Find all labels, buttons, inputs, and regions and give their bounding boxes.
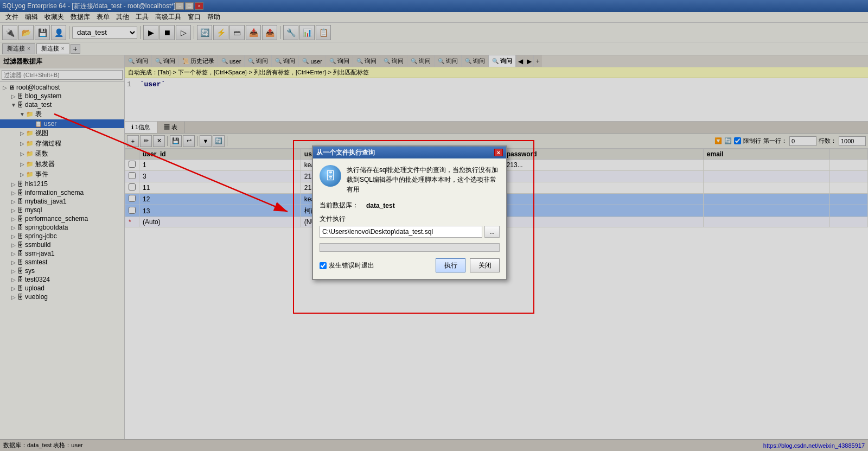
execute-query-dialog: 从一个文件执行查询 × 🗄 执行储存在sql批处理文件中的查询，当您执行没有加载… <box>312 145 507 280</box>
modal-overlay: 从一个文件执行查询 × 🗄 执行储存在sql批处理文件中的查询，当您执行没有加载… <box>0 0 868 451</box>
progress-bar-container <box>320 243 500 252</box>
dialog-close-x-button[interactable]: × <box>494 149 503 156</box>
current-db-label: 当前数据库： <box>320 201 363 210</box>
error-exit-label: 发生错误时退出 <box>329 261 374 270</box>
dialog-footer: 发生错误时退出 执行 关闭 <box>320 258 500 272</box>
execute-button[interactable]: 执行 <box>436 258 465 272</box>
dialog-db-icon: 🗄 <box>320 165 341 187</box>
dialog-icon-row: 🗄 执行储存在sql批处理文件中的查询，当您执行没有加载到SQL编辑器中的批处理… <box>320 165 500 194</box>
current-db-value: data_test <box>366 202 395 209</box>
dialog-title: 从一个文件执行查询 <box>316 148 494 157</box>
current-db-row: 当前数据库： data_test <box>320 201 500 210</box>
file-exec-label: 文件执行 <box>320 214 500 224</box>
file-input-row: ... <box>320 226 500 238</box>
file-path-input[interactable] <box>320 226 482 238</box>
dialog-body: 🗄 执行储存在sql批处理文件中的查询，当您执行没有加载到SQL编辑器中的批处理… <box>313 158 506 279</box>
close-dialog-button[interactable]: 关闭 <box>470 258 500 272</box>
dialog-description: 执行储存在sql批处理文件中的查询，当您执行没有加载到SQL编辑器中的批处理脚本… <box>347 165 500 194</box>
browse-button[interactable]: ... <box>484 226 500 238</box>
dialog-titlebar: 从一个文件执行查询 × <box>313 147 506 158</box>
error-exit-checkbox-row: 发生错误时退出 <box>320 261 431 270</box>
error-exit-checkbox[interactable] <box>320 262 327 269</box>
